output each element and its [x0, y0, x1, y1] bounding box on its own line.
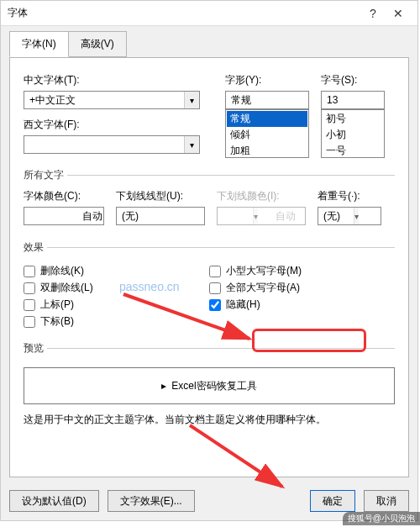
emphasis-label: 着重号(·):	[318, 189, 381, 203]
style-listbox[interactable]: 常规 倾斜 加粗	[225, 109, 309, 158]
cn-font-combo[interactable]: ▾	[24, 91, 200, 109]
font-color-label: 字体颜色(C):	[24, 189, 104, 203]
tab-strip: 字体(N) 高级(V)	[1, 26, 417, 57]
all-text-legend: 所有文字	[24, 168, 67, 182]
chevron-down-icon[interactable]: ▾	[184, 92, 199, 108]
hidden-checkbox[interactable]: 隐藏(H)	[209, 298, 395, 312]
superscript-checkbox[interactable]: 上标(P)	[24, 298, 209, 312]
list-item[interactable]: 倾斜	[227, 127, 307, 143]
style-label: 字形(Y):	[225, 73, 309, 87]
preview-legend: 预览	[24, 341, 47, 356]
size-input[interactable]	[322, 92, 420, 108]
tab-font[interactable]: 字体(N)	[9, 31, 69, 57]
chevron-down-icon: ▾	[354, 208, 359, 224]
panel: 中文字体(T): ▾ 西文字体(F): ▾ 字形(Y): 常规 倾斜	[9, 57, 409, 477]
underline-color-combo: ▾	[217, 207, 306, 225]
underline-color-label: 下划线颜色(I):	[217, 189, 306, 203]
west-font-label: 西文字体(F):	[24, 118, 200, 132]
size-label: 字号(S):	[321, 73, 385, 87]
text-effects-button[interactable]: 文字效果(E)...	[108, 490, 195, 512]
chevron-down-icon[interactable]: ▾	[184, 136, 199, 153]
style-input-wrap[interactable]	[225, 91, 309, 109]
list-item[interactable]: 小初	[323, 127, 383, 143]
cn-font-input[interactable]	[24, 92, 184, 108]
west-font-combo[interactable]: ▾	[24, 135, 200, 154]
font-dialog: 字体 ? ✕ 字体(N) 高级(V) 中文字体(T): ▾ 西文字体(F): ▾	[0, 0, 418, 521]
ok-button[interactable]: 确定	[310, 490, 355, 512]
list-item[interactable]: 常规	[227, 111, 307, 127]
watermark: passneo.cn	[119, 280, 180, 293]
attribution: 搜狐号@小贝泡泡	[343, 512, 420, 525]
effects-legend: 效果	[24, 240, 47, 255]
preview-group: 预览 ▸Excel密码恢复工具 这是用于中文的正文主题字体。当前文档主题定义将使…	[24, 341, 395, 427]
smallcaps-checkbox[interactable]: 小型大写字母(M)	[209, 264, 395, 278]
close-icon[interactable]: ✕	[386, 7, 411, 20]
footer: 设为默认值(D) 文字效果(E)... 确定 取消	[9, 490, 409, 512]
subscript-checkbox[interactable]: 下标(B)	[24, 314, 209, 329]
set-default-button[interactable]: 设为默认值(D)	[9, 490, 99, 512]
all-text-group: 所有文字 字体颜色(C): ▾ 下划线线型(U): ▾ 下划线颜色(I): ▾ …	[24, 168, 395, 230]
underline-style-combo[interactable]: ▾	[116, 207, 205, 225]
effects-group: 效果 删除线(K) 双删除线(L) 上标(P) 下标(B) 小型大写字母(M) …	[24, 240, 395, 331]
preview-text: Excel密码恢复工具	[171, 379, 256, 393]
annotation-box	[252, 329, 366, 352]
underline-style-label: 下划线线型(U):	[116, 189, 205, 203]
strike-checkbox[interactable]: 删除线(K)	[24, 264, 209, 278]
list-item[interactable]: 初号	[323, 111, 383, 127]
font-color-combo[interactable]: ▾	[24, 207, 104, 225]
cn-font-label: 中文字体(T):	[24, 73, 200, 87]
help-icon[interactable]: ?	[360, 7, 386, 20]
list-item[interactable]: 加粗	[227, 143, 307, 158]
west-font-input[interactable]	[24, 136, 184, 153]
preview-box: ▸Excel密码恢复工具	[24, 367, 395, 404]
tab-advanced[interactable]: 高级(V)	[68, 31, 127, 57]
list-item[interactable]: 一号	[323, 143, 383, 158]
dstrike-checkbox[interactable]: 双删除线(L)	[24, 281, 209, 295]
size-listbox[interactable]: 初号 小初 一号	[321, 109, 385, 158]
cancel-button[interactable]: 取消	[364, 490, 409, 512]
size-input-wrap[interactable]	[321, 91, 385, 109]
allcaps-checkbox[interactable]: 全部大写字母(A)	[209, 281, 395, 295]
preview-desc: 这是用于中文的正文主题字体。当前文档主题定义将使用哪种字体。	[24, 413, 395, 427]
titlebar: 字体 ? ✕	[1, 1, 417, 26]
dialog-title: 字体	[8, 6, 360, 20]
